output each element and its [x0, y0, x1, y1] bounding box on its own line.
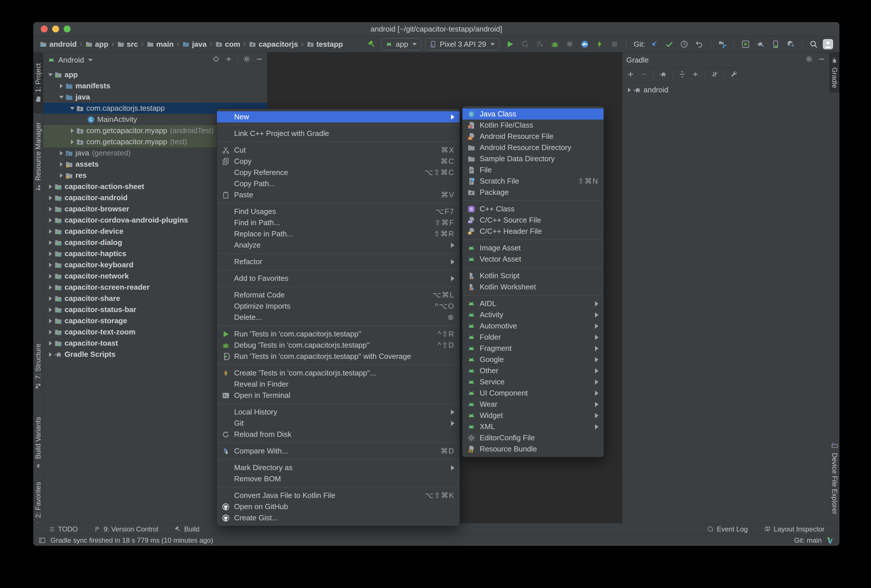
breadcrumb-item-src[interactable]: src	[117, 40, 138, 49]
menu-item-reveal-in-finder[interactable]: Reveal in Finder	[217, 379, 459, 390]
submenu-item-sample-data-directory[interactable]: Sample Data Directory	[462, 153, 604, 165]
restart-button[interactable]: A	[520, 39, 530, 49]
tool-window-button-layout-inspector[interactable]: Layout Inspector	[764, 525, 825, 533]
submenu-item-service[interactable]: Service	[462, 376, 604, 388]
menu-item-replace-in-path[interactable]: Replace in Path...⇧⌘R	[217, 228, 459, 239]
submenu-item-activity[interactable]: Activity	[462, 309, 604, 320]
tree-collapsed-chevron[interactable]	[69, 125, 76, 136]
menu-item-reload-from-disk[interactable]: Reload from Disk	[217, 429, 459, 440]
gradle-sync-button[interactable]	[756, 39, 766, 49]
gradle-toolbar-skip-button[interactable]	[711, 70, 718, 80]
submenu-item-java-class[interactable]: CJava Class	[462, 108, 604, 120]
debug-button[interactable]	[550, 39, 560, 49]
menu-item-find-usages[interactable]: Find Usages⌥F7	[217, 206, 459, 217]
gradle-toolbar-collapse-all-button[interactable]	[692, 70, 699, 80]
submenu-item-file[interactable]: File	[462, 165, 604, 175]
tree-collapsed-chevron[interactable]	[58, 170, 65, 181]
git-branch-widget[interactable]: Git: main	[794, 536, 822, 545]
submenu-item-aidl[interactable]: AIDL	[462, 298, 604, 309]
breadcrumb-item-main[interactable]: main	[147, 40, 174, 49]
submenu-item-resource-bundle[interactable]: Resource Bundle	[462, 443, 604, 455]
menu-item-copy-reference[interactable]: Copy Reference⌥⇧⌘C	[217, 167, 459, 178]
tree-collapsed-chevron[interactable]	[69, 136, 76, 147]
menu-item-create-tests-in-com-capacitorjs-testapp[interactable]: Create 'Tests in 'com.capacitorjs.testap…	[217, 367, 459, 379]
menu-item-delete[interactable]: Delete...⊗	[217, 312, 459, 323]
gradle-toolbar-plus-button[interactable]	[627, 70, 634, 80]
tool-window-button-build[interactable]: Build	[174, 525, 199, 533]
submenu-item-android-resource-file[interactable]: <>Android Resource File	[462, 131, 604, 142]
menu-item-run-tests-in-com-capacitorjs-testapp-with-coverage[interactable]: Run 'Tests in 'com.capacitorjs.testapp''…	[217, 351, 459, 362]
tree-collapsed-chevron[interactable]	[47, 304, 54, 315]
menu-item-cut[interactable]: Cut⌘X	[217, 145, 459, 156]
tree-collapsed-chevron[interactable]	[58, 159, 65, 170]
tree-collapsed-chevron[interactable]	[58, 80, 65, 91]
tree-collapsed-chevron[interactable]	[47, 181, 54, 192]
submenu-item-vector-asset[interactable]: Vector Asset	[462, 254, 604, 265]
search-everywhere-button[interactable]	[808, 39, 819, 49]
tree-collapsed-chevron[interactable]	[58, 147, 65, 159]
apply-changes-button[interactable]	[594, 39, 605, 49]
profiler-button[interactable]	[579, 39, 590, 49]
run-button[interactable]	[505, 39, 515, 49]
tool-window-tab-gradle[interactable]: Gradle	[830, 52, 840, 93]
submenu-item-fragment[interactable]: Fragment	[462, 343, 604, 354]
submenu-item-kotlin-file-class[interactable]: Kotlin File/Class	[462, 120, 604, 131]
submenu-item-kotlin-worksheet[interactable]: Kotlin Worksheet	[462, 281, 604, 293]
project-panel-target-button[interactable]	[212, 55, 220, 65]
tool-window-tab-resource-manager[interactable]: Resource Manager	[33, 115, 43, 198]
menu-item-add-to-favorites[interactable]: Add to Favorites	[217, 273, 459, 284]
gradle-toolbar-gradle-button[interactable]	[659, 70, 667, 80]
tree-collapsed-chevron[interactable]	[47, 349, 54, 360]
tree-collapsed-chevron[interactable]	[47, 326, 54, 338]
submenu-item-other[interactable]: Other	[462, 365, 604, 376]
submenu-item-kotlin-script[interactable]: Kotlin Script	[462, 270, 604, 281]
tree-collapsed-chevron[interactable]	[47, 248, 54, 259]
tree-collapsed-chevron[interactable]	[47, 226, 54, 237]
tree-collapsed-chevron[interactable]	[47, 282, 54, 293]
gradle-toolbar-expand-all-button[interactable]	[678, 70, 686, 80]
menu-item-remove-bom[interactable]: Remove BOM	[217, 473, 459, 485]
menu-item-copy[interactable]: Copy⌘C	[217, 156, 459, 167]
gradle-toolbar-minus-dim-button[interactable]	[640, 70, 648, 80]
tool-window-tab-device-file-explorer[interactable]: Device File Explorer	[830, 434, 840, 523]
tool-window-tab-build-variants[interactable]: Build Variants	[33, 408, 43, 479]
project-panel-gear-button[interactable]	[243, 55, 250, 65]
submenu-item-folder[interactable]: Folder	[462, 332, 604, 343]
apply-list-button[interactable]	[535, 39, 545, 49]
tool-window-button-event-log[interactable]: Event Log	[707, 525, 748, 533]
run-configuration-selector[interactable]: app	[381, 38, 421, 50]
menu-item-compare-with[interactable]: Compare With...⌘D	[217, 446, 459, 456]
tree-collapsed-chevron[interactable]	[47, 203, 54, 214]
device-selector[interactable]: Pixel 3 API 29	[425, 38, 499, 50]
tree-row-android[interactable]: android	[622, 84, 829, 96]
submenu-item-scratch-file[interactable]: Scratch File⇧⌘N	[462, 175, 604, 187]
gradle-panel-gear-button[interactable]	[805, 55, 813, 65]
git-history-button[interactable]	[679, 39, 689, 49]
avd-manager-button[interactable]	[741, 39, 751, 49]
submenu-item-automotive[interactable]: Automotive	[462, 320, 604, 332]
project-view-selector[interactable]: Android	[58, 55, 84, 64]
tool-window-button-9-version-control[interactable]: 9: Version Control	[94, 525, 159, 533]
gradle-panel-minus-button[interactable]	[818, 55, 825, 65]
menu-item-paste[interactable]: Paste⌘V	[217, 189, 459, 200]
tree-collapsed-chevron[interactable]	[47, 271, 54, 282]
breadcrumb-item-app[interactable]: app	[85, 40, 108, 49]
menu-item-open-in-terminal[interactable]: Open in Terminal	[217, 390, 459, 401]
git-rollback-button[interactable]	[694, 39, 704, 49]
git-update-button[interactable]	[649, 39, 660, 49]
tool-window-tab-7-structure[interactable]: 7: Structure	[33, 335, 43, 398]
stop-button[interactable]	[609, 39, 620, 49]
minimize-button[interactable]	[52, 25, 59, 32]
submenu-item-xml[interactable]: XML	[462, 421, 604, 432]
tree-collapsed-chevron[interactable]	[47, 293, 54, 304]
git-commit-button[interactable]	[664, 39, 675, 49]
submenu-item-c-c-header-file[interactable]: HC/C++ Header File	[462, 226, 604, 237]
tree-collapsed-chevron[interactable]	[47, 315, 54, 326]
build-button[interactable]	[367, 39, 377, 49]
tree-row-manifests[interactable]: manifests	[43, 80, 267, 91]
breadcrumb-item-java[interactable]: java	[182, 40, 207, 49]
device-manager-button[interactable]	[770, 39, 781, 49]
avatar[interactable]	[823, 39, 833, 49]
submenu-item-google[interactable]: Google	[462, 354, 604, 365]
breadcrumb-item-capacitorjs[interactable]: capacitorjs	[249, 40, 298, 49]
